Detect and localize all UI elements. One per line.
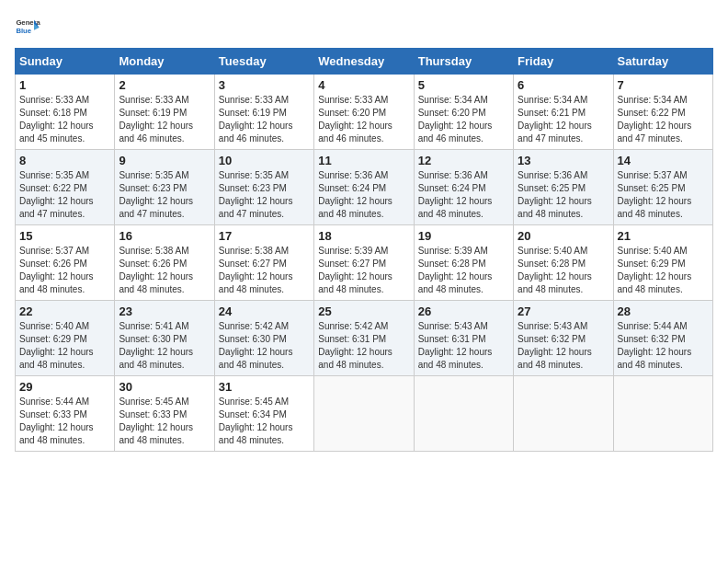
- logo: General Blue: [15, 15, 40, 40]
- day-number: 10: [219, 154, 310, 167]
- day-number: 19: [418, 229, 509, 243]
- day-number: 17: [219, 229, 310, 243]
- day-info: Sunrise: 5:43 AM Sunset: 6:31 PM Dayligh…: [418, 320, 509, 372]
- day-number: 30: [119, 380, 210, 394]
- calendar-cell: [414, 376, 513, 452]
- day-info: Sunrise: 5:38 AM Sunset: 6:26 PM Dayligh…: [119, 245, 210, 296]
- day-info: Sunrise: 5:37 AM Sunset: 6:26 PM Dayligh…: [19, 245, 110, 296]
- calendar-header-row: SundayMondayTuesdayWednesdayThursdayFrid…: [16, 49, 713, 75]
- day-number: 6: [518, 78, 609, 92]
- day-info: Sunrise: 5:40 AM Sunset: 6:29 PM Dayligh…: [19, 320, 110, 372]
- calendar-cell: 2Sunrise: 5:33 AM Sunset: 6:19 PM Daylig…: [115, 75, 214, 150]
- calendar-cell: 10Sunrise: 5:35 AM Sunset: 6:23 PM Dayli…: [214, 150, 313, 225]
- calendar-cell: 31Sunrise: 5:45 AM Sunset: 6:34 PM Dayli…: [214, 376, 313, 452]
- calendar-week-row: 22Sunrise: 5:40 AM Sunset: 6:29 PM Dayli…: [16, 301, 713, 376]
- calendar-cell: 4Sunrise: 5:33 AM Sunset: 6:20 PM Daylig…: [314, 75, 414, 150]
- day-info: Sunrise: 5:42 AM Sunset: 6:31 PM Dayligh…: [318, 320, 409, 372]
- day-info: Sunrise: 5:34 AM Sunset: 6:20 PM Dayligh…: [418, 94, 509, 145]
- day-info: Sunrise: 5:34 AM Sunset: 6:21 PM Dayligh…: [518, 94, 609, 145]
- calendar-cell: 17Sunrise: 5:38 AM Sunset: 6:27 PM Dayli…: [214, 225, 313, 301]
- calendar-cell: 13Sunrise: 5:36 AM Sunset: 6:25 PM Dayli…: [514, 150, 613, 225]
- calendar-cell: 18Sunrise: 5:39 AM Sunset: 6:27 PM Dayli…: [314, 225, 414, 301]
- calendar-cell: 20Sunrise: 5:40 AM Sunset: 6:28 PM Dayli…: [514, 225, 613, 301]
- calendar-cell: 24Sunrise: 5:42 AM Sunset: 6:30 PM Dayli…: [214, 301, 313, 376]
- day-number: 26: [418, 304, 509, 318]
- calendar-cell: 7Sunrise: 5:34 AM Sunset: 6:22 PM Daylig…: [613, 75, 712, 150]
- calendar-cell: 15Sunrise: 5:37 AM Sunset: 6:26 PM Dayli…: [16, 225, 115, 301]
- day-number: 14: [618, 154, 709, 167]
- day-info: Sunrise: 5:36 AM Sunset: 6:25 PM Dayligh…: [518, 169, 609, 221]
- day-info: Sunrise: 5:35 AM Sunset: 6:23 PM Dayligh…: [219, 169, 310, 221]
- day-number: 28: [618, 304, 709, 318]
- day-number: 16: [119, 229, 210, 243]
- calendar-cell: 25Sunrise: 5:42 AM Sunset: 6:31 PM Dayli…: [314, 301, 414, 376]
- calendar-week-row: 1Sunrise: 5:33 AM Sunset: 6:18 PM Daylig…: [16, 75, 713, 150]
- day-number: 15: [19, 229, 110, 243]
- day-number: 20: [518, 229, 609, 243]
- calendar-cell: 6Sunrise: 5:34 AM Sunset: 6:21 PM Daylig…: [514, 75, 613, 150]
- calendar-table: SundayMondayTuesdayWednesdayThursdayFrid…: [15, 48, 713, 452]
- calendar-cell: 27Sunrise: 5:43 AM Sunset: 6:32 PM Dayli…: [514, 301, 613, 376]
- calendar-cell: 22Sunrise: 5:40 AM Sunset: 6:29 PM Dayli…: [16, 301, 115, 376]
- calendar-cell: 21Sunrise: 5:40 AM Sunset: 6:29 PM Dayli…: [613, 225, 712, 301]
- day-info: Sunrise: 5:44 AM Sunset: 6:32 PM Dayligh…: [618, 320, 709, 372]
- day-info: Sunrise: 5:41 AM Sunset: 6:30 PM Dayligh…: [119, 320, 210, 372]
- day-info: Sunrise: 5:35 AM Sunset: 6:22 PM Dayligh…: [19, 169, 110, 221]
- calendar-cell: 26Sunrise: 5:43 AM Sunset: 6:31 PM Dayli…: [414, 301, 513, 376]
- day-info: Sunrise: 5:45 AM Sunset: 6:34 PM Dayligh…: [219, 396, 310, 447]
- calendar-week-row: 15Sunrise: 5:37 AM Sunset: 6:26 PM Dayli…: [16, 225, 713, 301]
- calendar-cell: 9Sunrise: 5:35 AM Sunset: 6:23 PM Daylig…: [115, 150, 214, 225]
- calendar-day-header: Sunday: [16, 49, 115, 75]
- calendar-day-header: Friday: [514, 49, 613, 75]
- day-info: Sunrise: 5:33 AM Sunset: 6:18 PM Dayligh…: [19, 94, 110, 145]
- calendar-cell: 5Sunrise: 5:34 AM Sunset: 6:20 PM Daylig…: [414, 75, 513, 150]
- calendar-cell: 19Sunrise: 5:39 AM Sunset: 6:28 PM Dayli…: [414, 225, 513, 301]
- calendar-cell: 12Sunrise: 5:36 AM Sunset: 6:24 PM Dayli…: [414, 150, 513, 225]
- day-number: 2: [119, 78, 210, 92]
- calendar-day-header: Thursday: [414, 49, 513, 75]
- day-info: Sunrise: 5:39 AM Sunset: 6:27 PM Dayligh…: [318, 245, 409, 296]
- calendar-cell: 8Sunrise: 5:35 AM Sunset: 6:22 PM Daylig…: [16, 150, 115, 225]
- calendar-day-header: Saturday: [613, 49, 712, 75]
- calendar-cell: [613, 376, 712, 452]
- day-number: 24: [219, 304, 310, 318]
- day-info: Sunrise: 5:33 AM Sunset: 6:20 PM Dayligh…: [318, 94, 409, 145]
- day-number: 13: [518, 154, 609, 167]
- day-info: Sunrise: 5:45 AM Sunset: 6:33 PM Dayligh…: [119, 396, 210, 447]
- day-number: 9: [119, 154, 210, 167]
- calendar-cell: 23Sunrise: 5:41 AM Sunset: 6:30 PM Dayli…: [115, 301, 214, 376]
- day-number: 22: [19, 304, 110, 318]
- calendar-cell: 28Sunrise: 5:44 AM Sunset: 6:32 PM Dayli…: [613, 301, 712, 376]
- page-header: General Blue: [15, 15, 713, 40]
- calendar-week-row: 29Sunrise: 5:44 AM Sunset: 6:33 PM Dayli…: [16, 376, 713, 452]
- day-info: Sunrise: 5:36 AM Sunset: 6:24 PM Dayligh…: [418, 169, 509, 221]
- day-number: 8: [19, 154, 110, 167]
- day-number: 29: [19, 380, 110, 394]
- day-number: 7: [618, 78, 709, 92]
- calendar-cell: [514, 376, 613, 452]
- day-number: 25: [318, 304, 409, 318]
- day-info: Sunrise: 5:43 AM Sunset: 6:32 PM Dayligh…: [518, 320, 609, 372]
- day-number: 5: [418, 78, 509, 92]
- calendar-cell: [314, 376, 414, 452]
- calendar-cell: 14Sunrise: 5:37 AM Sunset: 6:25 PM Dayli…: [613, 150, 712, 225]
- logo-icon: General Blue: [15, 15, 40, 40]
- day-number: 4: [318, 78, 409, 92]
- day-number: 27: [518, 304, 609, 318]
- day-number: 12: [418, 154, 509, 167]
- day-info: Sunrise: 5:44 AM Sunset: 6:33 PM Dayligh…: [19, 396, 110, 447]
- day-info: Sunrise: 5:37 AM Sunset: 6:25 PM Dayligh…: [618, 169, 709, 221]
- day-info: Sunrise: 5:42 AM Sunset: 6:30 PM Dayligh…: [219, 320, 310, 372]
- day-info: Sunrise: 5:39 AM Sunset: 6:28 PM Dayligh…: [418, 245, 509, 296]
- calendar-cell: 3Sunrise: 5:33 AM Sunset: 6:19 PM Daylig…: [214, 75, 313, 150]
- day-number: 31: [219, 380, 310, 394]
- day-number: 1: [19, 78, 110, 92]
- day-number: 11: [318, 154, 409, 167]
- day-info: Sunrise: 5:34 AM Sunset: 6:22 PM Dayligh…: [618, 94, 709, 145]
- calendar-day-header: Tuesday: [214, 49, 313, 75]
- calendar-week-row: 8Sunrise: 5:35 AM Sunset: 6:22 PM Daylig…: [16, 150, 713, 225]
- svg-text:Blue: Blue: [16, 27, 31, 35]
- calendar-day-header: Wednesday: [314, 49, 414, 75]
- day-info: Sunrise: 5:38 AM Sunset: 6:27 PM Dayligh…: [219, 245, 310, 296]
- day-info: Sunrise: 5:36 AM Sunset: 6:24 PM Dayligh…: [318, 169, 409, 221]
